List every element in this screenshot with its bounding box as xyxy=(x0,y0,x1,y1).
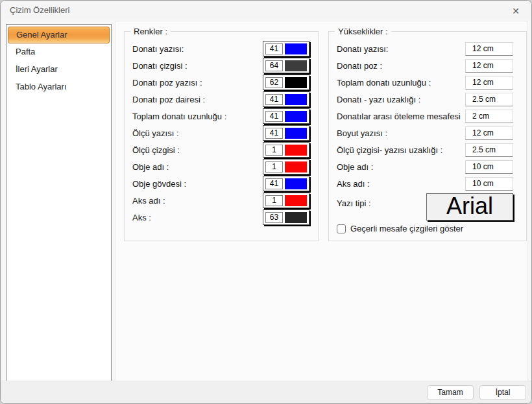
color-preview xyxy=(285,161,307,172)
color-swatch-button[interactable]: 41 xyxy=(263,108,309,124)
color-row: Donatı yazısı: 41 xyxy=(132,40,309,57)
height-row-label: Ölçü çizgisi- yazısı uzaklığı : xyxy=(337,145,465,155)
color-row: Obje adı : 1 xyxy=(132,158,309,175)
height-value-input[interactable] xyxy=(465,177,513,191)
color-index-value: 1 xyxy=(265,161,283,172)
color-swatch-button[interactable]: 64 xyxy=(263,58,309,73)
color-index-value: 41 xyxy=(265,128,283,139)
distance-lines-checkbox[interactable] xyxy=(337,224,346,233)
height-row-label: Boyut yazısı : xyxy=(337,128,465,138)
color-preview xyxy=(285,111,307,122)
color-row: Ölçü yazısı : 41 xyxy=(132,125,309,141)
height-row-label: Donatı yazısı: xyxy=(337,44,465,54)
height-row: Donatı poz : xyxy=(337,57,513,74)
height-row: Aks adı : xyxy=(337,175,513,192)
height-row: Toplam donatı uzunluğu : xyxy=(337,74,513,91)
color-index-value: 1 xyxy=(265,145,283,156)
height-row: Donatılar arası öteleme mesafesi xyxy=(337,108,513,125)
color-row-label: Ölçü yazısı : xyxy=(132,128,263,138)
color-preview xyxy=(285,60,307,71)
color-row: Ölçü çizgisi : 1 xyxy=(132,141,309,158)
color-preview xyxy=(285,77,307,88)
height-row: Ölçü çizgisi- yazısı uzaklığı : xyxy=(337,141,513,158)
sidebar-list: Genel Ayarlar Pafta İleri Ayarlar Tablo … xyxy=(6,24,112,381)
colors-group-title: Renkler : xyxy=(130,27,171,36)
height-row: Donatı - yazı uzaklığı : xyxy=(337,91,513,108)
color-index-value: 63 xyxy=(265,212,283,223)
dialog-cizim-ozellikleri: Çizim Özellikleri ✕ Genel Ayarlar Pafta … xyxy=(0,0,532,404)
height-row: Obje adı : xyxy=(337,158,513,175)
colors-rows: Donatı yazısı: 41 Donatı çizgisi : 64 Do… xyxy=(132,40,309,226)
color-preview xyxy=(285,94,307,105)
color-row-label: Donatı poz dairesi : xyxy=(132,95,263,104)
height-row-label: Donatı poz : xyxy=(337,61,465,71)
heights-rows: Donatı yazısı: Donatı poz : Toplam donat… xyxy=(337,40,513,222)
distance-lines-check-row: Geçerli mesafe çizgileri göster xyxy=(337,224,463,233)
color-row: Donatı çizgisi : 64 xyxy=(132,57,309,74)
height-value-input[interactable] xyxy=(465,110,513,123)
sidebar-item-pafta[interactable]: Pafta xyxy=(8,44,110,61)
color-row: Aks : 63 xyxy=(132,209,309,226)
color-row-label: Toplam donatı uzunluğu : xyxy=(132,112,263,121)
height-row: Donatı yazısı: xyxy=(337,40,513,57)
height-value-input[interactable] xyxy=(465,42,513,56)
color-swatch-button[interactable]: 1 xyxy=(263,193,309,208)
color-row-label: Aks adı : xyxy=(132,196,263,206)
color-swatch-button[interactable]: 41 xyxy=(263,41,309,56)
height-value-input[interactable] xyxy=(465,59,513,73)
sidebar-item-genel-ayarlar[interactable]: Genel Ayarlar xyxy=(8,27,110,43)
height-row-label: Aks adı : xyxy=(337,179,465,189)
color-row: Aks adı : 1 xyxy=(132,192,309,209)
color-row-label: Obje gövdesi : xyxy=(132,179,263,189)
color-preview xyxy=(285,195,307,206)
color-row-label: Donatı poz yazısı : xyxy=(132,78,263,88)
distance-lines-checkbox-label: Geçerli mesafe çizgileri göster xyxy=(350,224,463,233)
height-value-input[interactable] xyxy=(465,126,513,140)
color-preview xyxy=(285,128,307,139)
height-value-input[interactable] xyxy=(465,93,513,106)
color-swatch-button[interactable]: 41 xyxy=(263,91,309,107)
height-row-label: Donatılar arası öteleme mesafesi xyxy=(337,112,465,121)
cancel-button[interactable]: İptal xyxy=(479,385,526,400)
sidebar-item-ileri-ayarlar[interactable]: İleri Ayarlar xyxy=(8,62,110,78)
footer-bar: Tamam İptal xyxy=(1,381,531,403)
color-swatch-button[interactable]: 41 xyxy=(263,125,309,141)
color-row: Donatı poz dairesi : 41 xyxy=(132,91,309,108)
color-row: Donatı poz yazısı : 62 xyxy=(132,74,309,91)
font-row-label: Yazı tipi : xyxy=(337,198,426,208)
font-row: Yazı tipi : Arial xyxy=(337,192,513,222)
color-row-label: Obje adı : xyxy=(132,162,263,172)
color-row-label: Donatı çizgisi : xyxy=(132,61,263,71)
height-value-input[interactable] xyxy=(465,143,513,157)
sidebar-item-tablo-ayarlari[interactable]: Tablo Ayarları xyxy=(8,79,110,96)
color-swatch-button[interactable]: 1 xyxy=(263,142,309,158)
height-value-input[interactable] xyxy=(465,76,513,89)
title-bar: Çizim Özellikleri ✕ xyxy=(1,1,531,20)
window-title: Çizim Özellikleri xyxy=(10,5,69,15)
color-swatch-button[interactable]: 62 xyxy=(263,75,309,90)
height-value-input[interactable] xyxy=(465,160,513,174)
font-picker-button[interactable]: Arial xyxy=(426,193,513,220)
close-icon[interactable]: ✕ xyxy=(509,5,522,18)
height-row: Boyut yazısı : xyxy=(337,125,513,141)
colors-groupbox: Renkler : Donatı yazısı: 41 Donatı çizgi… xyxy=(124,31,319,241)
heights-groupbox: Yükseklikler : Donatı yazısı: Donatı poz… xyxy=(328,31,527,241)
color-index-value: 64 xyxy=(265,60,283,71)
color-index-value: 41 xyxy=(265,43,283,54)
color-index-value: 41 xyxy=(265,111,283,122)
color-swatch-button[interactable]: 63 xyxy=(263,209,309,225)
color-row: Obje gövdesi : 41 xyxy=(132,175,309,192)
color-row: Toplam donatı uzunluğu : 41 xyxy=(132,108,309,125)
color-swatch-button[interactable]: 41 xyxy=(263,176,309,191)
heights-group-title: Yükseklikler : xyxy=(335,27,391,36)
color-index-value: 1 xyxy=(265,195,283,206)
height-row-label: Donatı - yazı uzaklığı : xyxy=(337,95,465,104)
color-preview xyxy=(285,145,307,156)
color-index-value: 62 xyxy=(265,77,283,88)
height-row-label: Toplam donatı uzunluğu : xyxy=(337,78,465,88)
color-preview xyxy=(285,178,307,189)
color-preview xyxy=(285,212,307,223)
color-index-value: 41 xyxy=(265,178,283,189)
ok-button[interactable]: Tamam xyxy=(427,385,474,400)
color-swatch-button[interactable]: 1 xyxy=(263,159,309,174)
